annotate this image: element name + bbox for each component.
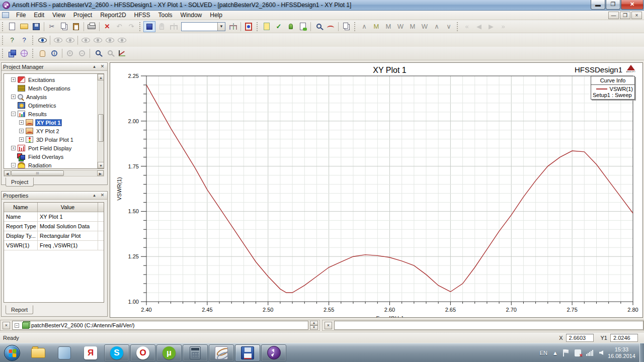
close-button[interactable]: ✕ xyxy=(621,0,643,10)
tree-item-optimetrics[interactable]: Optimetrics xyxy=(11,101,104,110)
panel-close-icon[interactable]: ✕ xyxy=(99,193,106,199)
property-row[interactable]: Report TypeModal Solution Data xyxy=(4,222,104,231)
property-row[interactable]: NameXY Plot 1 xyxy=(4,212,104,222)
tree-item-label[interactable]: Field Overlays xyxy=(27,154,64,160)
dock-spin-control[interactable]: ▲▼ xyxy=(310,321,318,330)
show-desktop-button[interactable] xyxy=(639,343,644,362)
dock-close-icon[interactable]: × xyxy=(325,322,332,329)
property-value[interactable]: Rectangular Plot xyxy=(38,231,98,240)
coordinate-system-combobox[interactable]: ▼ xyxy=(181,22,225,31)
first-frame-icon[interactable]: « xyxy=(461,21,473,32)
mdi-document-icon[interactable] xyxy=(2,12,9,18)
tree-expander-icon[interactable]: + xyxy=(19,120,24,125)
select-face-icon[interactable] xyxy=(155,21,168,32)
tree-item-label[interactable]: Optimetrics xyxy=(27,103,57,109)
tree-item-label[interactable]: Port Field Display xyxy=(27,145,72,151)
view-orient3-icon[interactable] xyxy=(104,35,116,46)
scroll-up-icon[interactable]: ▲ xyxy=(98,74,104,80)
tree-item-results[interactable]: −Results xyxy=(11,110,104,118)
clipboard-tray-icon[interactable] xyxy=(575,349,581,356)
tree-item-radiation[interactable]: −Radiation xyxy=(11,161,104,169)
menu-file[interactable]: File xyxy=(12,11,30,20)
wave-m3-icon[interactable]: M xyxy=(407,21,419,32)
wave-w2-icon[interactable]: W xyxy=(419,21,431,32)
tab-project[interactable]: Project xyxy=(6,177,34,187)
menu-view[interactable]: View xyxy=(48,11,69,20)
zoom-fit-icon[interactable] xyxy=(104,48,116,59)
tree-vertical-scrollbar[interactable]: ▲ ▼ xyxy=(97,74,104,168)
optimetrics-results-icon[interactable] xyxy=(312,21,325,32)
view-visibility-icon[interactable] xyxy=(36,35,48,46)
tree-item-label[interactable]: Analysis xyxy=(25,94,48,100)
tree-item-xy-plot-1[interactable]: +XY Plot 1 xyxy=(11,118,104,127)
cut-icon[interactable]: ✂ xyxy=(46,21,58,32)
tree-item-label[interactable]: XY Plot 1 xyxy=(35,119,62,126)
wave-m-icon[interactable]: M xyxy=(382,21,394,32)
copy-report-icon[interactable] xyxy=(340,21,352,32)
restore-button[interactable]: ❐ xyxy=(606,0,620,10)
modeler-taskbar-icon[interactable] xyxy=(209,344,234,361)
tree-expander-icon[interactable]: + xyxy=(19,137,24,142)
wave-down-icon[interactable]: ∨ xyxy=(443,21,455,32)
clock[interactable]: 15:33 16.08.2014 xyxy=(608,346,635,359)
create-report-icon[interactable] xyxy=(325,21,337,32)
media-player-taskbar-icon[interactable] xyxy=(52,344,77,361)
explorer-taskbar-icon[interactable] xyxy=(26,344,51,361)
select-multi-icon[interactable] xyxy=(168,21,180,32)
mdi-close-button[interactable]: × xyxy=(631,12,642,19)
tree-item-label[interactable]: Mesh Operations xyxy=(27,85,71,92)
mdi-minimize-button[interactable]: — xyxy=(608,12,619,19)
tree-item-label[interactable]: 3D Polar Plot 1 xyxy=(35,137,74,143)
xy-plot-canvas[interactable]: 2.402.452.502.552.602.652.702.752.801.00… xyxy=(110,63,642,317)
wave-up-icon[interactable]: ∧ xyxy=(431,21,443,32)
tree-item-xy-plot-2[interactable]: +XY Plot 2 xyxy=(11,127,104,135)
menu-edit[interactable]: Edit xyxy=(30,11,48,20)
redo-icon[interactable]: ↷ xyxy=(125,21,137,32)
zoom-window-icon[interactable] xyxy=(92,48,104,59)
view-orient1-icon[interactable] xyxy=(79,35,92,46)
menu-help[interactable]: Help xyxy=(206,11,226,20)
tree-item-excitations[interactable]: +Excitations xyxy=(11,75,104,84)
panel-pin-icon[interactable]: ▴ xyxy=(91,193,98,199)
print-icon[interactable] xyxy=(86,21,98,32)
tree-item-label[interactable]: Excitations xyxy=(27,77,56,83)
network-signal-icon[interactable] xyxy=(586,349,594,356)
menu-project[interactable]: Project xyxy=(69,11,96,20)
wave-w-icon[interactable]: W xyxy=(394,21,407,32)
property-row[interactable]: VSWR(1)Freq ,VSWR(1) xyxy=(4,241,104,250)
tree-item-field-overlays[interactable]: Field Overlays xyxy=(11,152,104,161)
context-help-icon[interactable]: ? xyxy=(18,35,30,46)
panel-pin-icon[interactable]: ▴ xyxy=(91,64,98,70)
validation-check-icon[interactable]: ✓ xyxy=(273,21,285,32)
dock-close-icon[interactable]: × xyxy=(3,322,10,329)
tree-item-3d-polar-plot-1[interactable]: +3D Polar Plot 1 xyxy=(11,135,104,144)
tree-item-label[interactable]: Radiation xyxy=(27,162,52,168)
dynamic-zoom-icon[interactable]: i xyxy=(48,48,60,59)
tree-item-analysis[interactable]: +Analysis xyxy=(11,93,104,101)
scroll-down-icon[interactable]: ▼ xyxy=(98,162,104,168)
scroll-left-icon[interactable]: ◀ xyxy=(4,170,11,176)
utorrent-taskbar-icon[interactable]: µ xyxy=(156,344,182,361)
action-center-flag-icon[interactable] xyxy=(563,349,570,356)
tree-expander-icon[interactable]: − xyxy=(11,112,16,116)
tree-expander-icon[interactable]: + xyxy=(19,129,24,133)
tree-expander-icon[interactable]: + xyxy=(11,146,16,150)
tree-expander-icon[interactable]: + xyxy=(11,77,16,82)
help-topic-icon[interactable]: ? xyxy=(6,35,18,46)
select-object-icon[interactable] xyxy=(143,21,155,32)
zoom-in-icon[interactable]: + xyxy=(64,48,76,59)
tree-item-label[interactable]: XY Plot 2 xyxy=(35,128,60,134)
yandex-taskbar-icon[interactable]: Я xyxy=(78,344,103,361)
delete-icon[interactable]: ✕ xyxy=(101,21,113,32)
start-button[interactable] xyxy=(4,345,20,361)
tree-item-port-field-display[interactable]: +Port Field Display xyxy=(11,144,104,152)
property-value[interactable]: Freq ,VSWR(1) xyxy=(38,241,98,250)
tray-expand-icon[interactable]: ▲ xyxy=(552,350,558,356)
copy-icon[interactable] xyxy=(58,21,70,32)
project-expander-icon[interactable]: − xyxy=(15,323,19,328)
save-icon[interactable] xyxy=(30,21,42,32)
solution-data-icon[interactable] xyxy=(297,21,309,32)
menu-tools[interactable]: Tools xyxy=(154,11,177,20)
wave-rect-icon[interactable]: ∧ xyxy=(358,21,370,32)
orientation-axes-icon[interactable] xyxy=(116,48,128,59)
